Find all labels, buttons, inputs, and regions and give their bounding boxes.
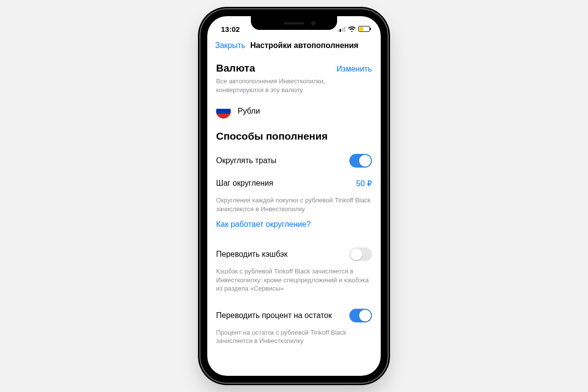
close-button[interactable]: Закрыть [215,41,245,50]
cellular-signal-icon [338,26,346,32]
battery-icon [358,26,370,32]
screen: 13:02 Закрыть Настройки автопополнения В… [207,16,381,376]
rounding-description: Округления каждой покупки с рублевой Tin… [216,196,372,213]
notch [251,16,337,30]
interest-row: Переводить процент на остаток [216,306,372,325]
nav-title: Настройки автопополнения [250,41,359,50]
rounding-step-label: Шаг округления [216,179,273,188]
cashback-row: Переводить кэшбэк [216,245,372,264]
rounding-step-row[interactable]: Шаг округления 50 ₽ [216,173,372,193]
currency-heading: Валюта [216,62,255,74]
rounding-help-link[interactable]: Как работает округление? [216,220,372,229]
cashback-label: Переводить кэшбэк [216,250,288,259]
cashback-toggle[interactable] [349,247,372,261]
rounding-row: Округлять траты [216,151,372,171]
currency-row[interactable]: Рубли [216,104,372,119]
rounding-toggle[interactable] [349,154,372,168]
interest-label: Переводить процент на остаток [216,311,332,320]
currency-name: Рубли [238,107,260,116]
interest-toggle[interactable] [349,309,372,322]
content: Валюта Изменить Все автопополнения Инвес… [207,55,381,376]
interest-description: Процент на остаток с рублевой Tinkoff Bl… [216,328,372,345]
rounding-step-value: 50 ₽ [356,179,372,188]
wifi-icon [348,25,356,33]
phone-frame: 13:02 Закрыть Настройки автопополнения В… [200,9,388,383]
methods-heading: Способы пополнения [216,130,372,142]
status-time: 13:02 [221,25,240,33]
flag-ru-icon [216,104,231,119]
cashback-description: Кэшбэк с рублевой Tinkoff Black зачисляе… [216,267,372,293]
currency-change-link[interactable]: Изменить [337,65,372,74]
currency-description: Все автопополнения Инвесткопилки, конвер… [216,77,372,94]
rounding-label: Округлять траты [216,156,276,165]
nav-bar: Закрыть Настройки автопополнения [207,36,381,55]
